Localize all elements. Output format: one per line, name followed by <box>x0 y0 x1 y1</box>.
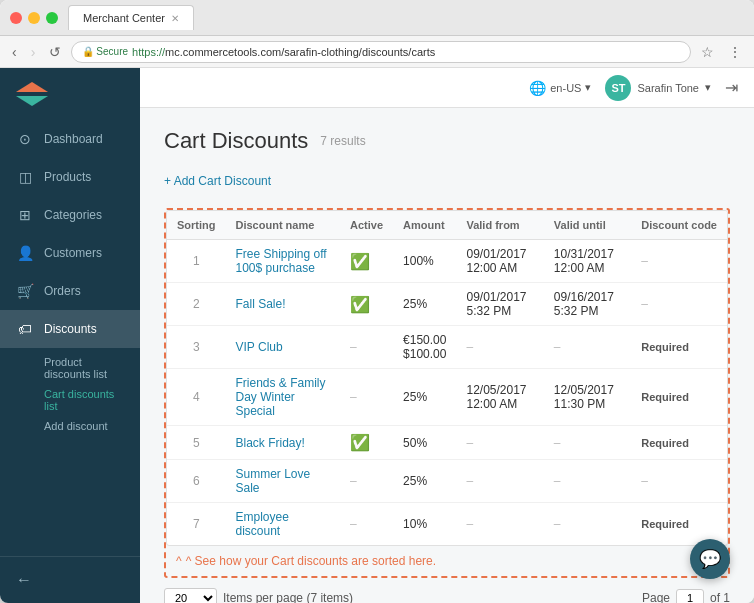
table-row[interactable]: 7Employee discount–10%––Required <box>167 503 727 546</box>
table-row[interactable]: 3VIP Club–€150.00 $100.00––Required <box>167 326 727 369</box>
locale-selector[interactable]: 🌐 en-US ▾ <box>529 80 591 96</box>
locale-chevron-icon: ▾ <box>585 81 591 94</box>
close-button[interactable] <box>10 12 22 24</box>
page-nav: Page of 1 <box>642 589 730 603</box>
cell-valid-from: – <box>456 326 543 369</box>
logo-icon <box>16 82 48 106</box>
page-label: Page <box>642 591 670 603</box>
cell-active: – <box>340 326 393 369</box>
address-text: https://mc.commercetools.com/sarafin-clo… <box>132 46 435 58</box>
sidebar-back-button[interactable]: ← <box>16 571 32 588</box>
cell-name: Employee discount <box>226 503 341 546</box>
page-of-label: of 1 <box>710 591 730 603</box>
cell-valid-until: – <box>544 460 631 503</box>
col-discount-code: Discount code <box>631 211 727 240</box>
cell-sorting: 3 <box>167 326 226 369</box>
sidebar-item-products[interactable]: ◫ Products <box>0 158 140 196</box>
sidebar-item-discounts[interactable]: 🏷 Discounts <box>0 310 140 348</box>
cell-valid-until: 10/31/2017 12:00 AM <box>544 240 631 283</box>
per-page-select[interactable]: 20 50 100 <box>164 588 217 603</box>
orders-icon: 🛒 <box>16 282 34 300</box>
categories-icon: ⊞ <box>16 206 34 224</box>
sidebar-item-categories[interactable]: ⊞ Categories <box>0 196 140 234</box>
table-row[interactable]: 5Black Friday!✅50%––Required <box>167 426 727 460</box>
traffic-lights <box>10 12 58 24</box>
cell-valid-from: 09/01/2017 5:32 PM <box>456 283 543 326</box>
sidebar-item-label: Categories <box>44 208 102 222</box>
sidebar-item-label: Discounts <box>44 322 97 336</box>
tab-close-icon[interactable]: ✕ <box>171 13 179 24</box>
cell-sorting: 1 <box>167 240 226 283</box>
col-sorting: Sorting <box>167 211 226 240</box>
fullscreen-button[interactable] <box>46 12 58 24</box>
cell-amount: 100% <box>393 240 456 283</box>
back-nav-button[interactable]: ‹ <box>8 42 21 62</box>
top-bar: 🌐 en-US ▾ ST Sarafin Tone ▾ ⇥ <box>140 68 754 108</box>
forward-nav-button[interactable]: › <box>27 42 40 62</box>
cell-sorting: 5 <box>167 426 226 460</box>
lock-icon: 🔒 <box>82 46 94 57</box>
browser-tab[interactable]: Merchant Center ✕ <box>68 5 194 30</box>
cell-name: Summer Love Sale <box>226 460 341 503</box>
active-check-icon: ✅ <box>350 253 370 270</box>
cell-discount-code: – <box>631 283 727 326</box>
cell-amount: 50% <box>393 426 456 460</box>
secure-badge: 🔒 Secure <box>82 46 128 57</box>
cell-active: ✅ <box>340 283 393 326</box>
sidebar-item-orders[interactable]: 🛒 Orders <box>0 272 140 310</box>
sort-hint-message: ^ ^ See how your Cart discounts are sort… <box>166 546 728 576</box>
table-row[interactable]: 1Free Shipping off 100$ purchase✅100%09/… <box>167 240 727 283</box>
cell-valid-from: – <box>456 460 543 503</box>
bookmark-button[interactable]: ☆ <box>697 42 718 62</box>
cell-active: – <box>340 503 393 546</box>
address-bar[interactable]: 🔒 Secure https://mc.commercetools.com/sa… <box>71 41 691 63</box>
per-page-control: 20 50 100 Items per page (7 items) <box>164 588 353 603</box>
products-icon: ◫ <box>16 168 34 186</box>
chat-bubble-button[interactable]: 💬 <box>690 539 730 579</box>
table-row[interactable]: 2Fall Sale!✅25%09/01/2017 5:32 PM09/16/2… <box>167 283 727 326</box>
col-amount: Amount <box>393 211 456 240</box>
cell-valid-until: 12/05/2017 11:30 PM <box>544 369 631 426</box>
table-row[interactable]: 4Friends & Family Day Winter Special–25%… <box>167 369 727 426</box>
add-cart-discount-button[interactable]: + Add Cart Discount <box>164 168 271 194</box>
cell-valid-until: – <box>544 326 631 369</box>
page-input[interactable] <box>676 589 704 603</box>
active-dash: – <box>350 517 357 531</box>
sidebar-item-cart-discounts[interactable]: Cart discounts list <box>0 384 140 416</box>
user-info[interactable]: ST Sarafin Tone ▾ <box>605 75 711 101</box>
cell-amount: 25% <box>393 460 456 503</box>
col-valid-until: Valid until <box>544 211 631 240</box>
user-chevron-icon: ▾ <box>705 81 711 94</box>
col-valid-from: Valid from <box>456 211 543 240</box>
tab-bar: Merchant Center ✕ <box>68 5 744 30</box>
menu-button[interactable]: ⋮ <box>724 42 746 62</box>
cell-valid-from: 09/01/2017 12:00 AM <box>456 240 543 283</box>
cell-discount-code: Required <box>631 369 727 426</box>
sidebar-item-product-discounts[interactable]: Product discounts list <box>0 352 140 384</box>
active-dash: – <box>350 340 357 354</box>
cell-amount: 25% <box>393 283 456 326</box>
active-check-icon: ✅ <box>350 434 370 451</box>
cell-valid-until: – <box>544 503 631 546</box>
active-dash: – <box>350 390 357 404</box>
table-row[interactable]: 6Summer Love Sale–25%––– <box>167 460 727 503</box>
cell-amount: 10% <box>393 503 456 546</box>
tab-title: Merchant Center <box>83 12 165 24</box>
sort-hint-box: Sorting Discount name Active Amount Vali… <box>164 208 730 578</box>
sidebar-item-customers[interactable]: 👤 Customers <box>0 234 140 272</box>
cell-sorting: 4 <box>167 369 226 426</box>
cell-valid-from: – <box>456 503 543 546</box>
cell-discount-code: – <box>631 460 727 503</box>
minimize-button[interactable] <box>28 12 40 24</box>
reload-button[interactable]: ↺ <box>45 42 65 62</box>
content-area: Cart Discounts 7 results + Add Cart Disc… <box>140 108 754 603</box>
sidebar-item-label: Dashboard <box>44 132 103 146</box>
sidebar-item-add-discount[interactable]: Add discount <box>0 416 140 436</box>
sidebar-item-dashboard[interactable]: ⊙ Dashboard <box>0 120 140 158</box>
cell-discount-code: Required <box>631 426 727 460</box>
logout-icon[interactable]: ⇥ <box>725 78 738 97</box>
results-count: 7 results <box>320 134 365 148</box>
customers-icon: 👤 <box>16 244 34 262</box>
sidebar: ⊙ Dashboard ◫ Products ⊞ Categories 👤 Cu… <box>0 68 140 603</box>
page-header: Cart Discounts 7 results <box>164 128 730 154</box>
